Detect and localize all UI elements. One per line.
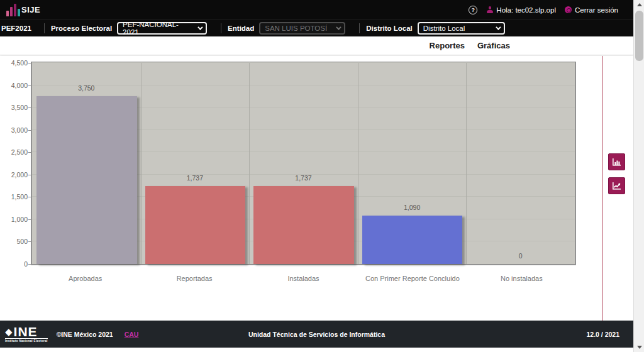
footer-version: 12.0 / 2021 xyxy=(586,331,619,338)
triangle-up-icon xyxy=(637,3,642,6)
y-tick-label: 2,500 xyxy=(4,148,28,156)
distrito-local-select[interactable]: Distrito Local xyxy=(418,22,505,35)
filter-bar: PEF2021 Proceso Electoral PEF-NACIONAL-2… xyxy=(0,19,633,36)
chart-area: 05001,0001,5002,0002,5003,0003,5004,0004… xyxy=(0,56,633,321)
footer-center-text: Unidad Técnica de Servicios de Informáti… xyxy=(0,331,633,338)
top-header-bar: SIJE ? Hola: tec02.slp.opl Cerrar sesión xyxy=(0,0,633,19)
nav-reportes[interactable]: Reportes xyxy=(430,41,465,50)
y-tick-label: 1,500 xyxy=(4,193,28,201)
chart-type-tools xyxy=(608,153,627,194)
nav-graficas[interactable]: Gráficas xyxy=(477,41,510,50)
v-gridline xyxy=(358,63,358,264)
help-glyph: ? xyxy=(472,7,475,13)
bar-aprobadas xyxy=(36,96,137,264)
bar-chart-icon xyxy=(611,157,622,167)
y-tick-label: 2,000 xyxy=(4,171,28,179)
x-category-label: Instaladas xyxy=(249,275,358,282)
chart-plot: 3,7501,7371,7371,0900 xyxy=(31,62,576,265)
scroll-up-arrow[interactable] xyxy=(634,0,644,9)
y-tick-label: 1,000 xyxy=(4,216,28,223)
x-category-label: Reportadas xyxy=(140,275,248,282)
bar-reportadas xyxy=(145,186,246,264)
logout-button[interactable]: Cerrar sesión xyxy=(565,6,618,14)
vertical-scrollbar[interactable] xyxy=(633,0,644,352)
help-icon[interactable]: ? xyxy=(469,6,477,14)
sije-logo-text: SIJE xyxy=(21,4,40,16)
v-gridline xyxy=(466,63,467,264)
distrito-local-value: Distrito Local xyxy=(423,25,465,32)
scrollbar-thumb[interactable] xyxy=(635,11,643,61)
sije-bars-icon xyxy=(6,4,20,16)
separator xyxy=(221,23,221,33)
bar-instaladas xyxy=(253,186,354,264)
entidad-label: Entidad xyxy=(228,25,254,32)
h-gridline xyxy=(32,62,575,63)
process-tag: PEF2021 xyxy=(0,25,38,32)
bar-chart-button[interactable] xyxy=(608,153,625,170)
x-category-label: Aprobadas xyxy=(31,275,140,282)
header-actions: ? Hola: tec02.slp.opl Cerrar sesión xyxy=(469,6,633,14)
entidad-select-disabled: SAN LUIS POTOSÍ xyxy=(259,22,345,35)
y-tick-label: 0 xyxy=(4,260,28,268)
chevron-down-icon xyxy=(336,25,341,30)
bar-value-label: 0 xyxy=(519,252,523,260)
footer: ◆ INE Instituto Nacional Electoral ©INE … xyxy=(0,321,633,348)
y-tick-label: 3,500 xyxy=(4,104,28,111)
content-divider-line xyxy=(602,56,603,321)
distrito-local-label: Distrito Local xyxy=(366,25,412,32)
chevron-down-icon xyxy=(197,25,203,30)
h-gridline xyxy=(32,85,575,85)
y-tick-label: 500 xyxy=(4,238,28,245)
v-gridline xyxy=(249,63,250,264)
proceso-electoral-select[interactable]: PEF-NACIONAL-2021 xyxy=(117,22,207,35)
bar-value-label: 1,737 xyxy=(187,174,203,182)
separator xyxy=(359,23,360,33)
sije-logo: SIJE xyxy=(0,4,40,16)
bar-value-label: 3,750 xyxy=(78,84,94,92)
triangle-down-icon xyxy=(637,346,642,349)
line-chart-button[interactable] xyxy=(608,177,625,194)
power-icon xyxy=(565,6,572,13)
y-tick-label: 4,000 xyxy=(4,82,28,89)
y-tick-label: 4,500 xyxy=(4,59,28,67)
ine-logo-subtext: Instituto Nacional Electoral xyxy=(5,338,48,343)
user-icon xyxy=(486,6,493,13)
proceso-electoral-value: PEF-NACIONAL-2021 xyxy=(123,21,194,36)
secondary-nav: Reportes Gráficas xyxy=(0,36,633,55)
x-axis-labels: AprobadasReportadasInstaladasCon Primer … xyxy=(31,275,576,282)
separator xyxy=(44,23,45,33)
sije-app: SIJE ? Hola: tec02.slp.opl Cerrar sesión… xyxy=(0,0,644,352)
scroll-down-arrow[interactable] xyxy=(634,343,644,352)
user-greeting: Hola: tec02.slp.opl xyxy=(486,6,556,14)
bar-con-primer-reporte-concluido xyxy=(362,216,463,265)
logout-label: Cerrar sesión xyxy=(575,6,618,14)
v-gridline xyxy=(141,63,142,264)
x-category-label: No instaladas xyxy=(467,275,576,282)
bar-value-label: 1,090 xyxy=(404,204,420,211)
entidad-value: SAN LUIS POTOSÍ xyxy=(265,25,327,32)
chevron-down-icon xyxy=(496,25,501,30)
bar-value-label: 1,737 xyxy=(295,174,311,182)
line-chart-icon xyxy=(611,180,622,191)
y-tick-label: 3,000 xyxy=(4,126,28,134)
proceso-electoral-label: Proceso Electoral xyxy=(51,25,112,32)
x-category-label: Con Primer Reporte Concluido xyxy=(358,275,467,282)
user-greeting-text: Hola: tec02.slp.opl xyxy=(496,6,556,14)
